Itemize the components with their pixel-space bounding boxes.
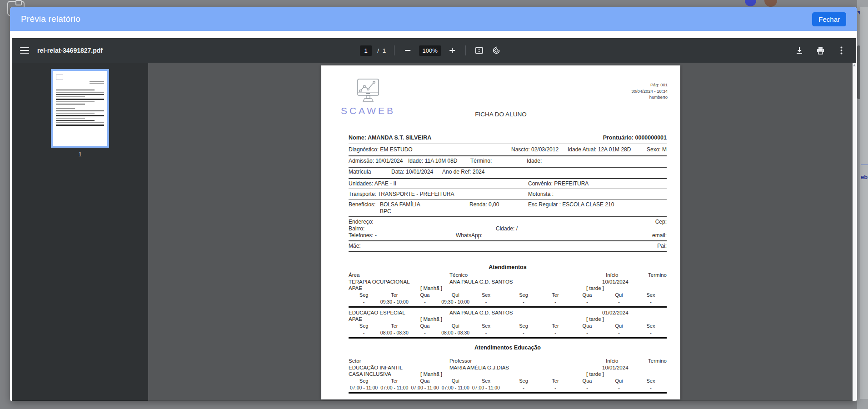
pdf-embed: rel-relat-34691827.pdf / 1 100% [12,38,856,401]
day-header-row: Seg Ter Qua Qui Sex Seg Ter Qua Qui [349,292,667,299]
background-scrollbar-thumb [857,45,860,99]
more-options-button[interactable] [835,45,847,56]
atendimentos-title: Atendimentos [349,264,667,270]
thumb-line [56,122,104,123]
day-values-row: - 09:30 - 10:00 - 09:30 - 10:00 - - - - … [349,299,667,305]
kebab-menu-icon [840,46,843,55]
report-preview-modal: Prévia relatório Fechar rel-relat-346918… [10,7,857,401]
pdf-filename: rel-relat-34691827.pdf [37,47,103,54]
scroll-up-icon [853,64,856,66]
thumb-line [56,101,95,102]
modal-title: Prévia relatório [21,14,80,24]
day-values-row: 07:00 - 11:00 07:00 - 11:00 07:00 - 11:0… [349,385,667,391]
thumb-line [56,99,104,100]
menu-icon[interactable] [20,47,29,54]
thumb-line [56,108,75,109]
student-record-sheet: Nome: AMANDA S.T. SILVEIRA Prontuário: 0… [349,65,667,399]
printer-icon [816,46,825,55]
minus-icon [405,50,410,51]
background-notification-icon [745,0,756,6]
pdf-toolbar: rel-relat-34691827.pdf / 1 100% [12,38,856,63]
thumb-line [56,118,85,119]
thumb-line [56,104,85,105]
educacao-title: Atendimentos Educação [349,344,667,351]
page-count-label: / 1 [377,47,387,54]
background-logo-fragment: eb [861,174,868,180]
toolbar-divider [465,45,466,55]
zoom-in-button[interactable] [446,45,458,56]
thumb-line [56,96,85,97]
thumb-line [56,113,95,114]
thumb-line [90,81,104,82]
day-header-row: Seg Ter Qua Qui Sex Seg Ter Qua Qui [349,378,667,384]
close-button[interactable]: Fechar [812,12,846,26]
thumb-line [90,83,104,84]
download-icon [795,46,803,55]
pdf-viewer-area: SCAWEB FICHA DO ALUNO Pág: 001 30/04/202… [148,63,853,401]
thumb-line [56,125,104,126]
print-button[interactable] [814,45,826,56]
day-values-row: - 08:00 - 08:30 - 08:00 - 08:30 - - - - … [349,330,667,336]
divider [861,165,868,165]
background-sidebar-sliver: eb [860,7,868,399]
pdf-scrollbar[interactable] [853,63,856,401]
thumb-line [56,94,104,95]
download-button[interactable] [793,45,805,56]
page-number-input[interactable] [360,45,372,56]
toolbar-divider [394,45,394,55]
document-page: SCAWEB FICHA DO ALUNO Pág: 001 30/04/202… [321,65,680,399]
thumb-line [56,90,95,90]
rotate-button[interactable] [490,45,502,56]
thumb-line [56,75,63,80]
zoom-out-button[interactable] [402,45,414,56]
thumbnail-page-number: 1 [53,151,107,158]
fit-to-page-icon [474,46,484,55]
modal-header: Prévia relatório Fechar [10,7,857,31]
rotate-icon [492,46,501,55]
background-page-edge: eb [857,0,868,409]
thumb-line [56,92,104,93]
thumb-line [56,115,104,116]
thumbnail-sidebar: 1 [12,63,148,401]
plus-icon [449,48,455,53]
day-header-row: Seg Ter Qua Qui Sex Seg Ter Qua Qui [349,323,667,329]
page-thumbnail[interactable] [53,71,107,146]
thumb-line [56,110,104,111]
background-user-avatar [764,0,777,7]
thumb-line [56,120,95,121]
fit-to-page-button[interactable] [473,45,485,56]
zoom-level-display: 100% [419,45,441,56]
